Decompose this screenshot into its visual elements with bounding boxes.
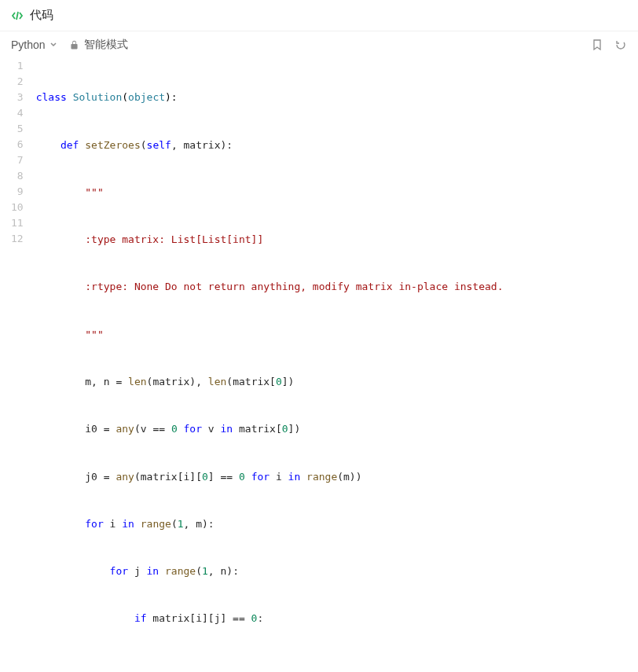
code-line: :type matrix: List[List[int]] — [36, 232, 638, 248]
code-line: i0 = any(v == 0 for v in matrix[0]) — [36, 421, 638, 437]
code-line: for j in range(1, n): — [36, 564, 638, 579]
status-bar: 已存储至本地 行 23, 列 — [0, 670, 638, 672]
code-line: def setZeroes(self, matrix): — [36, 138, 638, 153]
lock-icon — [69, 40, 79, 50]
line-number: 7 — [11, 152, 24, 168]
code-line: """ — [36, 327, 638, 343]
mode-indicator: 智能模式 — [69, 38, 128, 52]
language-select[interactable]: Python — [11, 39, 58, 51]
language-label: Python — [11, 39, 46, 51]
line-number: 9 — [11, 184, 24, 200]
code-line: if matrix[i][j] == 0: — [36, 611, 638, 626]
code-line: j0 = any(matrix[i][0] == 0 for i in rang… — [36, 469, 638, 485]
line-number: 1 — [11, 58, 24, 74]
line-number: 6 — [11, 137, 24, 152]
line-number: 3 — [11, 90, 24, 105]
code-line: m, n = len(matrix), len(matrix[0]) — [36, 374, 638, 390]
chevron-down-icon — [49, 39, 58, 51]
reset-button[interactable] — [614, 39, 627, 51]
code-line: """ — [36, 185, 638, 200]
toolbar-left: Python 智能模式 — [11, 38, 128, 52]
code-icon — [11, 9, 24, 22]
code-line: class Solution(object): — [36, 90, 638, 105]
line-number: 11 — [11, 215, 24, 231]
code-line: for i in range(1, m): — [36, 516, 638, 532]
line-number: 5 — [11, 121, 24, 137]
toolbar: Python 智能模式 — [0, 31, 638, 58]
line-number: 2 — [11, 74, 24, 90]
code-header-title: 代码 — [30, 8, 53, 23]
line-number: 12 — [11, 231, 24, 247]
line-gutter: 1 2 3 4 5 6 7 8 9 10 11 12 — [11, 58, 36, 659]
code-line: :rtype: None Do not return anything, mod… — [36, 279, 638, 295]
code-header: 代码 — [0, 0, 638, 31]
mode-label: 智能模式 — [84, 38, 128, 52]
line-number: 8 — [11, 168, 24, 184]
code-area[interactable]: class Solution(object): def setZeroes(se… — [36, 58, 638, 659]
bookmark-button[interactable] — [591, 39, 603, 51]
line-number: 10 — [11, 200, 24, 215]
code-editor[interactable]: 1 2 3 4 5 6 7 8 9 10 11 12 class Solutio… — [0, 58, 638, 659]
line-number: 4 — [11, 105, 24, 121]
toolbar-right — [591, 39, 627, 51]
